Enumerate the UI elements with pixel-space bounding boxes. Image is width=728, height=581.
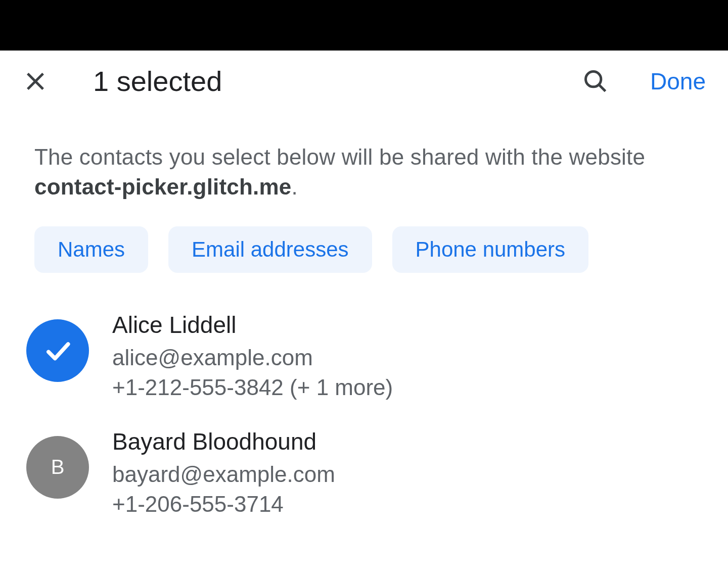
description-prefix: The contacts you select below will be sh…	[34, 144, 645, 169]
contact-email: bayard@example.com	[112, 459, 335, 489]
chips-row: Names Email addresses Phone numbers	[0, 202, 728, 288]
contacts-list: Alice Liddell alice@example.com +1-212-5…	[0, 288, 728, 531]
contact-phone: +1-206-555-3714	[112, 489, 335, 519]
contact-name: Bayard Bloodhound	[112, 428, 335, 455]
avatar: B	[26, 436, 89, 499]
svg-line-3	[599, 84, 606, 91]
description-site: contact-picker.glitch.me	[34, 174, 292, 199]
avatar-letter: B	[51, 456, 65, 478]
search-icon[interactable]	[582, 68, 609, 94]
chip-phone-numbers[interactable]: Phone numbers	[392, 226, 589, 273]
contact-name: Alice Liddell	[112, 311, 393, 338]
share-description: The contacts you select below will be sh…	[0, 112, 728, 202]
contact-email: alice@example.com	[112, 343, 393, 372]
contact-row[interactable]: B Bayard Bloodhound bayard@example.com +…	[26, 415, 702, 531]
check-icon	[42, 335, 73, 366]
contact-info: Alice Liddell alice@example.com +1-212-5…	[112, 310, 393, 403]
contact-row[interactable]: Alice Liddell alice@example.com +1-212-5…	[26, 298, 702, 415]
avatar-selected	[26, 319, 89, 382]
status-bar	[0, 0, 728, 51]
description-suffix: .	[292, 174, 298, 199]
chip-email-addresses[interactable]: Email addresses	[168, 226, 372, 273]
contact-info: Bayard Bloodhound bayard@example.com +1-…	[112, 427, 335, 519]
done-button[interactable]: Done	[650, 68, 706, 95]
close-icon[interactable]	[22, 68, 49, 94]
header: 1 selected Done	[0, 51, 728, 112]
svg-point-2	[586, 71, 601, 86]
chip-names[interactable]: Names	[34, 226, 148, 273]
header-title: 1 selected	[93, 65, 568, 98]
contact-phone: +1-212-555-3842 (+ 1 more)	[112, 372, 393, 402]
